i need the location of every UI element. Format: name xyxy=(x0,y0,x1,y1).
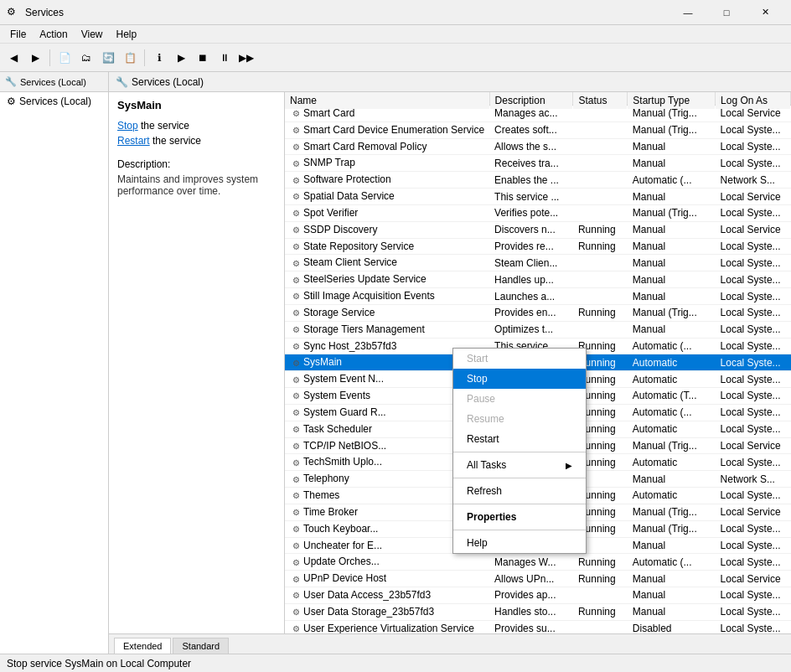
cell-status xyxy=(573,204,628,221)
context-menu-item-restart[interactable]: Restart xyxy=(453,429,586,449)
table-row[interactable]: ⚙UPnP Device Host Allows UPn... Running … xyxy=(285,571,791,587)
toolbar-forward[interactable]: ▶ xyxy=(25,48,45,68)
cell-name: ⚙Storage Service xyxy=(285,304,489,321)
cell-startup: Manual (Trig... xyxy=(628,504,716,520)
cell-status xyxy=(573,587,628,604)
table-row[interactable]: ⚙Spatial Data Service This service ... M… xyxy=(285,189,791,205)
col-header-status[interactable]: Status xyxy=(573,92,628,110)
left-panel-title: Services (Local) xyxy=(20,77,86,87)
menu-view[interactable]: View xyxy=(75,27,110,42)
stop-link[interactable]: Stop xyxy=(117,120,138,132)
tab-standard[interactable]: Standard xyxy=(173,638,229,654)
toolbar-export[interactable]: 📋 xyxy=(120,48,140,68)
menu-item-label: Resume xyxy=(467,413,504,425)
col-header-logon[interactable]: Log On As xyxy=(716,92,791,110)
table-row[interactable]: ⚙Smart Card Removal Policy Allows the s.… xyxy=(285,138,791,155)
toolbar-up[interactable]: 📄 xyxy=(54,48,75,68)
cell-status: Running xyxy=(573,238,628,255)
description-label: Description: xyxy=(117,158,276,170)
col-header-name[interactable]: Name xyxy=(285,92,489,110)
title-bar-controls: — □ ✕ xyxy=(669,0,784,25)
table-row[interactable]: ⚙Storage Service Provides en... Running … xyxy=(285,304,791,321)
menu-help[interactable]: Help xyxy=(110,27,144,42)
table-row[interactable]: ⚙User Data Access_23b57fd3 Provides ap..… xyxy=(285,587,791,604)
cell-startup: Automatic (T... xyxy=(628,388,716,405)
service-icon: ⚙ xyxy=(290,225,302,236)
context-menu-item-start: Start xyxy=(453,349,586,369)
cell-startup: Automatic xyxy=(628,454,716,471)
table-row[interactable]: ⚙Software Protection Enables the ... Aut… xyxy=(285,172,791,189)
service-icon: ⚙ xyxy=(290,158,302,169)
cell-name: ⚙UPnP Device Host xyxy=(285,571,489,587)
cell-status xyxy=(573,172,628,189)
table-row[interactable]: ⚙SNMP Trap Receives tra... Manual Local … xyxy=(285,155,791,172)
toolbar-properties[interactable]: ℹ xyxy=(149,48,169,68)
col-header-desc[interactable]: Description xyxy=(489,92,573,110)
restart-text: the service xyxy=(150,135,201,147)
context-menu-item-properties[interactable]: Properties xyxy=(453,507,586,527)
cell-name: ⚙Spatial Data Service xyxy=(285,189,489,205)
cell-logon: Local Service xyxy=(716,221,791,238)
col-header-startup[interactable]: Startup Type xyxy=(628,92,716,110)
minimize-button[interactable]: — xyxy=(669,0,707,25)
context-menu-separator xyxy=(453,452,586,452)
service-icon: ⚙ xyxy=(290,208,302,220)
services-local-item[interactable]: ⚙ Services (Local) xyxy=(0,92,108,111)
menu-file[interactable]: File xyxy=(3,27,33,42)
cell-desc: Allows the s... xyxy=(489,138,573,155)
table-row[interactable]: ⚙SSDP Discovery Discovers n... Running M… xyxy=(285,221,791,238)
table-row[interactable]: ⚙Smart Card Device Enumeration Service C… xyxy=(285,121,791,138)
toolbar-refresh[interactable]: 🔄 xyxy=(98,48,118,68)
cell-desc: Allows UPn... xyxy=(489,571,573,587)
table-row[interactable]: ⚙Update Orches... Manages W... Running A… xyxy=(285,554,791,571)
split-view: SysMain Stop the service Restart the ser… xyxy=(109,92,791,633)
table-row[interactable]: ⚙State Repository Service Provides re...… xyxy=(285,238,791,255)
close-button[interactable]: ✕ xyxy=(746,0,784,25)
menu-bar: File Action View Help xyxy=(0,25,791,44)
cell-logon: Local Syste... xyxy=(716,354,791,371)
table-row[interactable]: ⚙User Data Storage_23b57fd3 Handles sto.… xyxy=(285,603,791,620)
menu-item-label: Start xyxy=(467,353,488,364)
service-icon: ⚙ xyxy=(290,291,302,302)
menu-item-label: Properties xyxy=(467,511,516,523)
cell-logon: Local Service xyxy=(716,189,791,205)
service-icon: ⚙ xyxy=(290,623,302,634)
service-icon: ⚙ xyxy=(290,141,302,152)
tab-extended[interactable]: Extended xyxy=(114,638,171,654)
context-menu-item-resume: Resume xyxy=(453,409,586,429)
service-icon: ⚙ xyxy=(290,390,302,402)
context-menu-item-refresh[interactable]: Refresh xyxy=(453,481,586,501)
restart-link[interactable]: Restart xyxy=(117,135,150,147)
cell-logon: Local Syste... xyxy=(716,321,791,338)
context-menu-item-stop[interactable]: Stop xyxy=(453,369,586,389)
toolbar-show-hide[interactable]: 🗂 xyxy=(76,48,96,68)
service-icon: ⚙ xyxy=(290,324,302,336)
app-icon: ⚙ xyxy=(7,6,20,19)
context-menu-item-help[interactable]: Help xyxy=(453,533,586,553)
context-menu-item-all-tasks[interactable]: All Tasks▶ xyxy=(453,455,586,475)
table-row[interactable]: ⚙Storage Tiers Management Optimizes t...… xyxy=(285,321,791,338)
toolbar-pause[interactable]: ⏸ xyxy=(215,48,235,68)
cell-desc: Handles up... xyxy=(489,271,573,288)
table-row[interactable]: ⚙Steam Client Service Steam Clien... Man… xyxy=(285,255,791,271)
cell-status xyxy=(573,271,628,288)
table-row[interactable]: ⚙Spot Verifier Verifies pote... Manual (… xyxy=(285,204,791,221)
cell-logon: Network S... xyxy=(716,471,791,488)
cell-startup: Automatic xyxy=(628,488,716,504)
toolbar-start[interactable]: ▶ xyxy=(171,48,191,68)
cell-desc: Handles sto... xyxy=(489,603,573,620)
stop-link-row: Stop the service xyxy=(117,120,276,132)
cell-status: Running xyxy=(573,554,628,571)
toolbar-resume[interactable]: ▶▶ xyxy=(236,48,256,68)
menu-action[interactable]: Action xyxy=(33,27,74,42)
table-row[interactable]: ⚙SteelSeries Update Service Handles up..… xyxy=(285,271,791,288)
left-panel: 🔧 Services (Local) ⚙ Services (Local) xyxy=(0,72,109,654)
cell-logon: Local Syste... xyxy=(716,204,791,221)
toolbar-back[interactable]: ◀ xyxy=(3,48,23,68)
maximize-button[interactable]: □ xyxy=(707,0,746,25)
cell-startup: Manual xyxy=(628,155,716,172)
table-row[interactable]: ⚙Still Image Acquisition Events Launches… xyxy=(285,288,791,305)
table-row[interactable]: ⚙User Experience Virtualization Service … xyxy=(285,620,791,633)
service-icon: ⚙ xyxy=(290,457,302,468)
toolbar-stop[interactable]: ⏹ xyxy=(193,48,213,68)
